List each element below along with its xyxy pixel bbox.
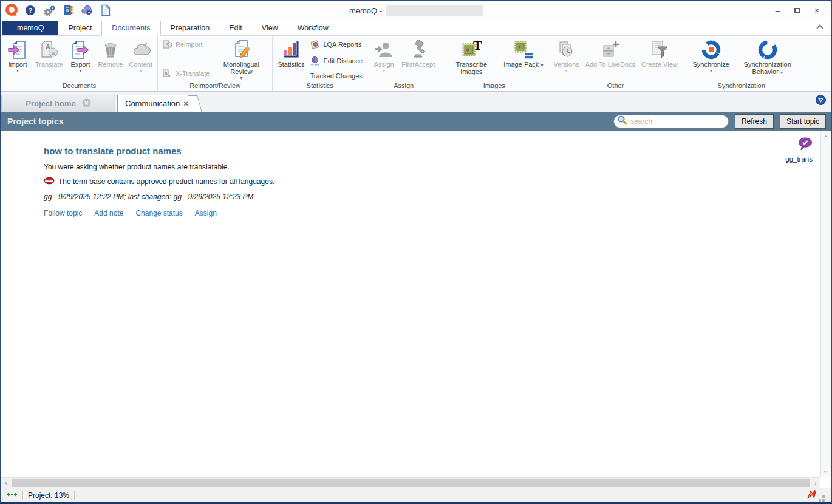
topics-header-bar: Project topics Refresh Start topic: [1, 112, 831, 131]
assign-link[interactable]: Assign: [195, 209, 217, 217]
export-label: Export: [71, 61, 90, 68]
add-to-livedocs-label: Add To LiveDocs: [585, 61, 635, 68]
connection-status-icon: [6, 490, 18, 501]
help-icon[interactable]: ?: [24, 4, 37, 17]
quick-access-toolbar: ?: [1, 4, 112, 17]
search-box[interactable]: [613, 115, 729, 128]
create-view-icon: [650, 39, 669, 61]
dropdown-arrow-icon: ▾: [710, 68, 712, 73]
export-button[interactable]: Export ▾: [66, 37, 95, 74]
edit-distance-icon: [310, 56, 320, 66]
comment-lips-icon: [44, 177, 55, 186]
monolingual-review-icon: [231, 39, 251, 61]
horizontal-scrollbar[interactable]: ‹ ›: [1, 477, 820, 488]
transcribe-images-button[interactable]: T Transcribe Images: [442, 37, 500, 76]
maximize-button[interactable]: [792, 5, 803, 16]
dropdown-arrow-icon: ▾: [540, 63, 543, 68]
image-pack-label: Image Pack ▾: [503, 61, 543, 68]
image-pack-button[interactable]: Image Pack ▾: [500, 37, 546, 69]
export-icon: [70, 39, 90, 61]
transcribe-images-icon: T: [461, 39, 482, 61]
follow-topic-link[interactable]: Follow topic: [44, 209, 82, 217]
statistics-icon: [281, 39, 301, 61]
tab-project-home-label: Project home: [26, 99, 75, 108]
vertical-scrollbar[interactable]: ‹ ›: [820, 131, 831, 477]
ribbon-tab-workflow[interactable]: Workflow: [288, 21, 338, 35]
content-cloud-icon: [131, 39, 151, 61]
add-to-livedocs-icon: [601, 39, 620, 61]
group-label-synchronization: Synchronization: [685, 81, 798, 91]
memoq-window: ?: [0, 0, 832, 504]
window-title-area: memoQ -: [1, 5, 831, 16]
statistics-button[interactable]: Statistics: [274, 37, 307, 69]
alert-lightning-icon: [806, 489, 817, 502]
topic-item: how to translate product names You were …: [1, 131, 831, 217]
assign-person-icon: [374, 39, 394, 61]
tab-project-home-close-icon[interactable]: [82, 98, 91, 109]
reimport-label: Reimport: [176, 41, 203, 48]
ribbon-tab-edit[interactable]: Edit: [219, 21, 252, 35]
dropdown-arrow-icon: ▾: [79, 68, 81, 73]
statistics-label: Statistics: [278, 61, 304, 68]
start-topic-button[interactable]: Start topic: [780, 114, 826, 129]
scroll-left-icon[interactable]: ‹: [1, 478, 11, 487]
new-document-icon[interactable]: [99, 4, 112, 17]
options-gears-icon[interactable]: [43, 4, 56, 17]
tab-communication-close-icon[interactable]: ×: [180, 99, 192, 108]
resource-console-icon[interactable]: [61, 4, 75, 17]
ribbon-group-other: Versions ▾ Add To LiveDocs: [548, 36, 683, 91]
dropdown-arrow-icon: ▾: [240, 75, 242, 81]
topic-title[interactable]: how to translate product names: [44, 146, 788, 156]
ribbon-tab-documents[interactable]: Documents: [101, 21, 160, 36]
lqa-reports-label: LQA Reports: [323, 41, 361, 48]
ribbon-tab-preparation[interactable]: Preparation: [161, 21, 220, 35]
close-button[interactable]: ×: [811, 5, 822, 16]
monolingual-review-button[interactable]: Monolingual Review ▾: [212, 37, 270, 81]
versions-label: Versions: [553, 61, 579, 68]
synchronization-behavior-button[interactable]: Synchronization Behavior ▾: [737, 37, 798, 76]
ribbon-tab-view[interactable]: View: [252, 21, 288, 35]
synchronize-button[interactable]: Synchronize ▾: [685, 37, 737, 74]
import-button[interactable]: Import ▾: [3, 37, 32, 74]
versions-icon: [557, 39, 576, 61]
dropdown-arrow-icon: ▾: [16, 68, 19, 73]
window-title: memoQ -: [349, 6, 382, 15]
assign-label: Assign: [374, 61, 394, 68]
minimize-button[interactable]: –: [772, 5, 783, 16]
topic-author: gg_trans: [785, 155, 813, 163]
ribbon-tab-project[interactable]: Project: [58, 21, 101, 35]
refresh-button[interactable]: Refresh: [735, 114, 774, 129]
tab-communication[interactable]: Communication ×: [117, 95, 194, 112]
tracked-changes-button[interactable]: Tracked Changes: [310, 72, 363, 80]
tab-project-home[interactable]: Project home: [1, 95, 115, 112]
synchronization-behavior-icon: [757, 39, 779, 61]
ribbon-group-reimport-review: Reimport X X-Translate: [158, 36, 273, 91]
content-label: Content: [129, 61, 152, 68]
ribbon-tab-memoq[interactable]: memoQ: [2, 21, 58, 35]
group-label-statistics: Statistics: [274, 81, 365, 91]
ribbon-group-synchronization: Synchronize ▾ Synchronization Behavior ▾…: [683, 36, 800, 91]
dropdown-arrow-icon: ▾: [565, 68, 568, 73]
change-status-link[interactable]: Change status: [135, 209, 182, 217]
edit-distance-label: Edit Distance: [323, 57, 363, 64]
project-progress: Project: 13%: [28, 491, 69, 500]
topic-bubble-icon: [798, 137, 813, 154]
collapse-ribbon-icon[interactable]: [817, 22, 822, 33]
scrollbar-thumb[interactable]: [12, 479, 810, 487]
lqa-reports-button[interactable]: LQA Reports: [310, 39, 363, 49]
window-title-redacted: [386, 5, 483, 16]
scroll-right-icon[interactable]: ›: [811, 478, 820, 487]
scroll-down-icon[interactable]: ›: [822, 467, 830, 477]
edit-distance-button[interactable]: Edit Distance: [310, 56, 363, 66]
scroll-up-icon[interactable]: ‹: [822, 132, 830, 141]
topic-divider: [44, 225, 811, 225]
search-input[interactable]: [630, 117, 725, 126]
statusbar-separator: [22, 491, 23, 500]
titlebar: ?: [1, 1, 831, 19]
tab-list-dropdown-icon[interactable]: [816, 95, 826, 107]
add-note-link[interactable]: Add note: [94, 209, 123, 217]
topic-question: You were asking whether product names ar…: [44, 163, 788, 171]
resize-grip[interactable]: [822, 499, 825, 502]
remove-button: Remove: [95, 37, 126, 69]
server-cloud-icon[interactable]: [80, 4, 94, 17]
